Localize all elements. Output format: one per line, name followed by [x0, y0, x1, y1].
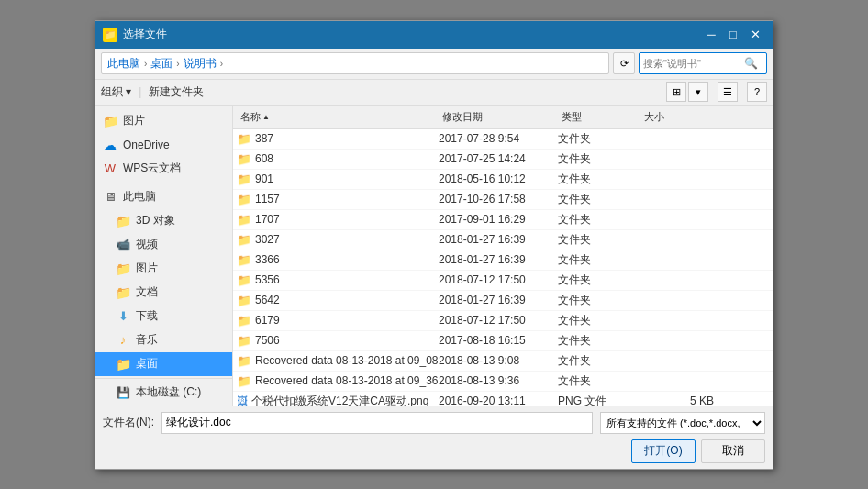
file-name: 📁3027 — [237, 233, 439, 247]
sidebar-label-pictures2: 图片 — [136, 261, 158, 276]
filename-input[interactable] — [161, 412, 593, 434]
col-header-size[interactable]: 大小 — [640, 110, 714, 124]
breadcrumb-bar[interactable]: 此电脑 › 桌面 › 说明书 › — [101, 52, 609, 74]
file-row[interactable]: 📁608 2017-07-25 14:24 文件夹 — [233, 150, 773, 170]
close-button[interactable]: ✕ — [745, 26, 765, 44]
sidebar-item-downloads[interactable]: ⬇ 下载 — [95, 305, 232, 328]
file-row[interactable]: 📁3027 2018-01-27 16:39 文件夹 — [233, 230, 773, 250]
view-grid-button[interactable]: ⊞ — [666, 82, 686, 102]
sidebar-label-3d: 3D 对象 — [136, 213, 175, 228]
sidebar-item-drive-c[interactable]: 💾 本地磁盘 (C:) — [95, 381, 232, 405]
help-button[interactable]: ? — [747, 82, 767, 102]
file-date: 2017-08-18 16:15 — [439, 334, 558, 347]
wps-icon: W — [103, 161, 117, 176]
file-name: 📁Recovered data 08-13-2018 at 09_08... — [237, 354, 439, 368]
open-button[interactable]: 打开(O) — [631, 439, 696, 463]
maximize-button[interactable]: □ — [723, 26, 743, 44]
sidebar-label-onedrive: OneDrive — [123, 139, 170, 151]
file-type: 文件夹 — [558, 272, 640, 288]
file-name: 📁1707 — [237, 213, 439, 227]
file-row[interactable]: 📁1157 2017-10-26 17:58 文件夹 — [233, 190, 773, 210]
search-icon: 🔍 — [744, 57, 758, 70]
col-header-type[interactable]: 类型 — [558, 110, 640, 124]
file-row[interactable]: 📁3366 2018-01-27 16:39 文件夹 — [233, 250, 773, 271]
sidebar-item-onedrive[interactable]: ☁ OneDrive — [95, 133, 232, 157]
breadcrumb-current[interactable]: 说明书 — [182, 56, 218, 72]
file-name: 🖼个税代扣缴系统V12天津CA驱动.png — [237, 394, 439, 406]
sidebar-item-docs[interactable]: 📁 文档 — [95, 281, 232, 305]
search-input[interactable] — [643, 58, 744, 69]
file-date: 2018-07-12 17:50 — [439, 314, 558, 327]
dialog-icon: 📁 — [103, 28, 117, 42]
sidebar-item-music[interactable]: ♪ 音乐 — [95, 328, 232, 352]
sidebar-item-pictures2[interactable]: 📁 图片 — [95, 257, 232, 281]
main-content: 📁 图片 ☁ OneDrive W WPS云文档 🖥 此电脑 📁 3D 对象 � — [95, 106, 773, 406]
file-type: PNG 文件 — [558, 394, 640, 406]
file-row[interactable]: 📁7506 2017-08-18 16:15 文件夹 — [233, 331, 773, 351]
file-row[interactable]: 📁1707 2017-09-01 16:29 文件夹 — [233, 210, 773, 230]
file-name: 📁6179 — [237, 314, 439, 328]
folder-icon: 📁 — [237, 233, 251, 247]
folder-docs-icon: 📁 — [116, 285, 130, 300]
sidebar-item-pictures[interactable]: 📁 图片 — [95, 109, 232, 133]
file-row[interactable]: 📁6179 2018-07-12 17:50 文件夹 — [233, 311, 773, 331]
file-row[interactable]: 📁901 2018-05-16 10:12 文件夹 — [233, 170, 773, 190]
col-header-date[interactable]: 修改日期 — [439, 110, 558, 124]
folder-icon: 📁 — [237, 172, 251, 186]
sidebar-item-this-pc[interactable]: 🖥 此电脑 — [95, 185, 232, 209]
folder-icon: 📁 — [237, 354, 251, 368]
breadcrumb-pc[interactable]: 此电脑 — [106, 56, 142, 72]
file-name: 📁387 — [237, 132, 439, 146]
sidebar-label-drive-c: 本地磁盘 (C:) — [136, 384, 201, 400]
drive-c-icon: 💾 — [116, 385, 130, 400]
folder-icon: 📁 — [237, 374, 251, 388]
toolbar: 此电脑 › 桌面 › 说明书 › ⟳ 🔍 — [95, 49, 773, 80]
organize-button[interactable]: 组织 ▾ — [101, 84, 131, 100]
col-header-name[interactable]: 名称 ▲ — [237, 110, 439, 124]
folder-icon: 📁 — [237, 294, 251, 307]
view-detail-button[interactable]: ☰ — [718, 82, 738, 102]
file-header: 名称 ▲ 修改日期 类型 大小 — [233, 106, 773, 129]
breadcrumb-desktop[interactable]: 桌面 — [149, 56, 174, 72]
file-row[interactable]: 📁Recovered data 08-13-2018 at 09_36... 2… — [233, 372, 773, 392]
cloud-icon: ☁ — [103, 138, 117, 152]
file-dialog: 📁 选择文件 ─ □ ✕ 此电脑 › 桌面 › 说明书 › ⟳ 🔍 组织 ▾ |… — [95, 20, 773, 470]
sidebar-label-docs: 文档 — [136, 284, 158, 300]
file-date: 2018-08-13 9:36 — [439, 374, 558, 387]
filename-label: 文件名(N): — [103, 415, 154, 430]
filetype-select[interactable]: 所有支持的文件 (*.doc,*.docx, — [600, 412, 765, 434]
file-date: 2018-01-27 16:39 — [439, 233, 558, 246]
sidebar-item-video[interactable]: 📹 视频 — [95, 233, 232, 257]
action-row: 打开(O) 取消 — [103, 439, 765, 463]
bottom-bar: 文件名(N): 所有支持的文件 (*.doc,*.docx, 打开(O) 取消 — [95, 406, 773, 469]
file-type: 文件夹 — [558, 232, 640, 248]
breadcrumb-sep-2: › — [176, 59, 179, 69]
refresh-button[interactable]: ⟳ — [613, 52, 635, 74]
sidebar-item-wps[interactable]: W WPS云文档 — [95, 157, 232, 181]
file-size: 5 KB — [640, 395, 714, 406]
view-list-button[interactable]: ▾ — [688, 82, 708, 102]
action-bar: 组织 ▾ | 新建文件夹 ⊞ ▾ ☰ ? — [95, 80, 773, 106]
folder-icon: 📁 — [237, 152, 251, 166]
sidebar-label-downloads: 下载 — [136, 308, 158, 324]
png-icon: 🖼 — [237, 395, 248, 406]
file-name: 📁1157 — [237, 193, 439, 206]
new-folder-button[interactable]: 新建文件夹 — [149, 84, 204, 100]
sidebar-label-wps: WPS云文档 — [123, 161, 181, 176]
file-row[interactable]: 📁5642 2018-01-27 16:39 文件夹 — [233, 291, 773, 311]
file-type: 文件夹 — [558, 252, 640, 268]
file-row[interactable]: 🖼个税代扣缴系统V12天津CA驱动.png 2016-09-20 13:11 P… — [233, 392, 773, 406]
cancel-button[interactable]: 取消 — [701, 439, 765, 463]
video-icon: 📹 — [116, 238, 130, 252]
sidebar-divider-1 — [95, 183, 232, 183]
folder-icon: 📁 — [103, 114, 117, 128]
file-name: 📁3366 — [237, 253, 439, 267]
sidebar-label-video: 视频 — [136, 237, 158, 252]
folder-icon: 📁 — [237, 132, 251, 146]
minimize-button[interactable]: ─ — [701, 26, 721, 44]
file-row[interactable]: 📁5356 2018-07-12 17:50 文件夹 — [233, 271, 773, 291]
sidebar-item-3d[interactable]: 📁 3D 对象 — [95, 209, 232, 233]
file-row[interactable]: 📁Recovered data 08-13-2018 at 09_08... 2… — [233, 351, 773, 372]
sidebar-item-desktop[interactable]: 📁 桌面 — [95, 352, 232, 376]
file-row[interactable]: 📁387 2017-07-28 9:54 文件夹 — [233, 129, 773, 150]
